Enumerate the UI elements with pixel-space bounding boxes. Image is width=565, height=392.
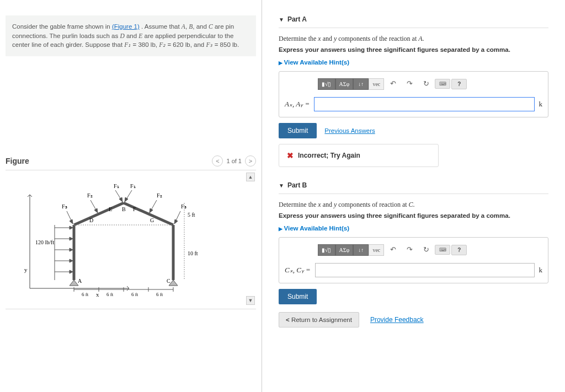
caret-down-icon: ▼ [279, 182, 284, 189]
part-a-unit: k [539, 100, 543, 109]
scripts-button[interactable]: ↓↑ [353, 78, 369, 90]
part-a-previous-answers-link[interactable]: Previous Answers [324, 127, 375, 134]
left-column: Consider the gable frame shown in (Figur… [0, 0, 262, 392]
templates-button[interactable]: ▮√▯ [318, 78, 335, 90]
figure-scrollbar[interactable]: ▲ ▼ [246, 173, 255, 305]
svg-text:B: B [122, 206, 126, 212]
svg-text:120 lb/ft: 120 lb/ft [35, 239, 54, 245]
greek-button[interactable]: ΑΣφ [335, 78, 354, 90]
part-a-toolbar: ▮√▯ ΑΣφ ↓↑ vec ↶ ↷ ↻ ⌨ ? [285, 77, 542, 90]
part-a-hints-link[interactable]: View Available Hint(s) [279, 59, 349, 66]
help-button[interactable]: ? [451, 245, 467, 255]
svg-text:6 ft: 6 ft [82, 292, 89, 297]
templates-button[interactable]: ▮√▯ [318, 244, 335, 256]
scroll-up-icon[interactable]: ▲ [246, 173, 255, 181]
svg-marker-37 [174, 219, 178, 224]
svg-text:G: G [150, 217, 154, 223]
svg-text:E: E [109, 206, 112, 212]
provide-feedback-link[interactable]: Provide Feedback [370, 316, 424, 324]
part-a-title: Part A [287, 15, 307, 23]
figure-frame: ▲ ▼ y x [6, 170, 256, 309]
figure-nav: < 1 of 1 > [212, 155, 256, 167]
svg-line-11 [124, 203, 173, 225]
svg-line-1 [28, 195, 30, 197]
svg-text:F: F [133, 206, 136, 212]
figure-section: Figure < 1 of 1 > ▲ ▼ [6, 155, 256, 309]
svg-line-4 [127, 286, 129, 288]
svg-marker-35 [150, 208, 153, 213]
redo-button[interactable]: ↷ [402, 243, 417, 256]
problem-statement: Consider the gable frame shown in (Figur… [6, 15, 256, 56]
svg-text:10 ft: 10 ft [188, 250, 198, 256]
part-b-question: Determine the x and y components of reac… [279, 201, 548, 209]
figure-prev-button[interactable]: < [212, 155, 223, 167]
part-a-answer-panel: ▮√▯ ΑΣφ ↓↑ vec ↶ ↷ ↻ ⌨ ? Aₓ, Aᵧ = k [279, 71, 548, 117]
part-a-answer-input[interactable] [314, 97, 534, 111]
part-b-title: Part B [287, 181, 307, 189]
redo-button[interactable]: ↷ [402, 77, 417, 90]
svg-text:F₂: F₂ [157, 192, 162, 198]
figure-next-button[interactable]: > [245, 155, 256, 167]
problem-text: Consider the gable frame shown in [12, 23, 112, 30]
svg-marker-31 [119, 197, 122, 202]
svg-text:F₃: F₃ [62, 203, 67, 210]
svg-text:A: A [78, 278, 82, 284]
figure-title: Figure [6, 157, 29, 165]
svg-text:C: C [167, 278, 170, 284]
svg-text:D: D [89, 217, 93, 223]
svg-text:5 ft: 5 ft [188, 212, 195, 218]
svg-marker-24 [70, 270, 73, 273]
scripts-button[interactable]: ↓↑ [353, 244, 369, 256]
vec-button[interactable]: vec [369, 244, 384, 256]
svg-text:F₁: F₁ [130, 183, 136, 189]
feedback-text: Incorrect; Try Again [298, 152, 360, 159]
svg-text:6 ft: 6 ft [156, 292, 163, 297]
svg-marker-29 [94, 208, 98, 213]
part-b-instruction: Express your answers using three signifi… [279, 212, 548, 219]
svg-text:6 ft: 6 ft [106, 292, 114, 297]
svg-marker-22 [70, 259, 73, 262]
svg-marker-18 [70, 237, 73, 240]
part-b-answer-input[interactable] [315, 263, 535, 277]
reset-button[interactable]: ↻ [418, 243, 434, 256]
part-b-hints-link[interactable]: View Available Hint(s) [279, 225, 349, 232]
svg-text:F₃: F₃ [181, 203, 186, 210]
svg-text:F₁: F₁ [114, 183, 119, 189]
part-a-input-label: Aₓ, Aᵧ = [285, 100, 310, 109]
figure-link[interactable]: (Figure 1) [112, 23, 140, 30]
part-b-unit: k [539, 266, 543, 275]
part-b-input-label: Cₓ, Cᵧ = [285, 266, 311, 275]
svg-text:6 ft: 6 ft [131, 292, 138, 297]
incorrect-icon: ✖ [287, 151, 294, 160]
part-b-submit-button[interactable]: Submit [279, 289, 317, 304]
svg-marker-20 [70, 248, 73, 251]
return-to-assignment-button[interactable]: Return to Assignment [279, 312, 359, 327]
part-b-answer-panel: ▮√▯ ΑΣφ ↓↑ vec ↶ ↷ ↻ ⌨ ? Cₓ, Cᵧ = k [279, 237, 548, 283]
help-button[interactable]: ? [451, 79, 467, 89]
figure-count: 1 of 1 [226, 158, 242, 164]
svg-text:F₂: F₂ [87, 192, 93, 198]
svg-marker-16 [70, 226, 73, 229]
keyboard-button[interactable]: ⌨ [435, 245, 450, 255]
right-column: ▼ Part A Determine the x and y component… [262, 0, 565, 392]
caret-down-icon: ▼ [279, 17, 284, 23]
undo-button[interactable]: ↶ [385, 77, 401, 90]
undo-button[interactable]: ↶ [385, 243, 401, 256]
reset-button[interactable]: ↻ [418, 77, 434, 90]
scroll-down-icon[interactable]: ▼ [246, 296, 255, 305]
svg-marker-33 [125, 197, 128, 202]
vec-button[interactable]: vec [369, 78, 384, 90]
svg-marker-27 [70, 219, 73, 224]
svg-line-2 [30, 195, 32, 197]
part-a-submit-button[interactable]: Submit [279, 123, 317, 138]
svg-line-10 [74, 203, 124, 225]
keyboard-button[interactable]: ⌨ [435, 79, 450, 89]
part-a-header[interactable]: ▼ Part A [279, 11, 548, 28]
part-b-toolbar: ▮√▯ ΑΣφ ↓↑ vec ↶ ↷ ↻ ⌨ ? [285, 243, 542, 256]
gable-frame-diagram: y x [8, 173, 239, 305]
greek-button[interactable]: ΑΣφ [335, 244, 354, 256]
part-a-feedback: ✖ Incorrect; Try Again [279, 144, 439, 167]
part-b-header[interactable]: ▼ Part B [279, 177, 548, 194]
part-a-instruction: Express your answers using three signifi… [279, 46, 548, 53]
svg-marker-12 [70, 280, 78, 286]
